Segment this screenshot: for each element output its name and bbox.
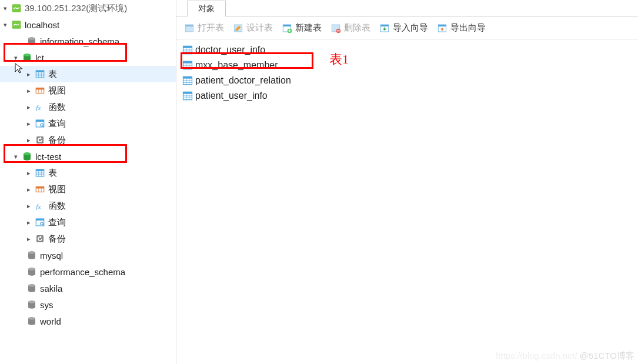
database-label: information_schema (40, 36, 119, 46)
svg-point-43 (28, 268, 35, 271)
function-icon: fx (34, 101, 46, 113)
design-table-button[interactable]: 设计表 (231, 21, 274, 35)
chevron-right-icon: ▸ (25, 185, 33, 193)
backup-node[interactable]: ▸ 备份 (0, 231, 176, 247)
import-wizard-button[interactable]: 导入向导 (378, 21, 429, 35)
view-icon (34, 183, 46, 195)
node-label: 表 (48, 69, 57, 80)
table-row[interactable]: doctor_user_info (181, 42, 633, 58)
function-icon: fx (34, 200, 46, 212)
table-icon (34, 68, 46, 80)
delete-table-button[interactable]: 删除表 (329, 21, 372, 35)
chevron-down-icon: ▾ (1, 4, 9, 12)
queries-node[interactable]: ▸ 查询 (0, 214, 176, 231)
svg-text:fx: fx (36, 104, 41, 111)
functions-node[interactable]: ▸ fx 函数 (0, 198, 176, 214)
database-icon (26, 315, 38, 327)
node-label: 表 (48, 168, 57, 179)
toolbar-label: 打开表 (198, 22, 224, 34)
svg-point-23 (24, 152, 31, 155)
node-label: 查询 (48, 217, 66, 228)
svg-point-47 (28, 300, 35, 303)
table-row[interactable]: patient_user_info (181, 88, 633, 103)
svg-rect-64 (438, 25, 446, 26)
table-name: doctor_user_info (195, 45, 265, 55)
table-row[interactable]: patient_doctor_relation (181, 73, 633, 88)
tables-node[interactable]: ▸ 表 (0, 66, 176, 82)
database-label: sakila (40, 283, 62, 293)
svg-rect-13 (36, 88, 44, 90)
export-wizard-button[interactable]: 导出向导 (435, 21, 487, 35)
node-label: 视图 (48, 85, 66, 96)
database-item[interactable]: ▸ sys (0, 296, 176, 313)
connection-item[interactable]: ▾ localhost (0, 16, 176, 33)
views-node[interactable]: ▸ 视图 (0, 181, 176, 198)
table-row[interactable]: mxx_base_member (181, 58, 633, 73)
chevron-right-icon: ▸ (25, 218, 33, 226)
backup-icon (34, 233, 46, 245)
svg-rect-31 (36, 187, 44, 189)
queries-node[interactable]: ▸ 查询 (0, 115, 176, 132)
table-icon (34, 167, 46, 179)
table-icon (181, 74, 194, 87)
tab-bar: 对象 (176, 0, 638, 16)
views-node[interactable]: ▸ 视图 (0, 82, 176, 99)
connection-item[interactable]: ▾ 39.100.251.232(测试环境) (0, 0, 176, 16)
chevron-right-icon: ▸ (25, 235, 33, 243)
database-item[interactable]: ▸ sakila (0, 280, 176, 296)
database-label: performance_schema (40, 267, 125, 277)
chevron-right-icon: ▸ (25, 119, 33, 128)
database-label: sys (40, 300, 54, 310)
toolbar-label: 导入向导 (393, 22, 428, 34)
svg-point-3 (28, 37, 35, 40)
svg-rect-72 (183, 61, 192, 63)
database-item[interactable]: ▸ mysql (0, 247, 176, 263)
svg-point-5 (24, 54, 31, 56)
functions-node[interactable]: ▸ fx 函数 (0, 99, 176, 115)
toolbar: 打开表 设计表 新建表 删除表 (176, 16, 638, 40)
export-icon (436, 22, 448, 34)
backup-icon (34, 134, 46, 146)
tables-node[interactable]: ▸ 表 (0, 165, 176, 181)
database-open-icon (21, 151, 33, 162)
table-icon (181, 59, 194, 72)
database-icon (26, 249, 38, 261)
svg-point-49 (28, 317, 35, 320)
chevron-right-icon: ▸ (25, 136, 33, 144)
connection-label: 39.100.251.232(测试环境) (25, 3, 127, 14)
node-label: 备份 (48, 233, 66, 245)
database-item[interactable]: ▸ information_schema (0, 33, 176, 49)
new-table-button[interactable]: 新建表 (280, 21, 323, 35)
table-name: patient_doctor_relation (195, 75, 291, 86)
database-icon (26, 266, 38, 278)
node-label: 备份 (48, 135, 66, 146)
open-table-button[interactable]: 打开表 (182, 21, 225, 35)
database-icon (26, 299, 38, 310)
database-open-icon (21, 52, 33, 64)
svg-rect-51 (185, 25, 193, 26)
svg-rect-78 (183, 76, 192, 78)
node-label: 查询 (48, 118, 66, 129)
svg-rect-25 (36, 169, 44, 171)
tab-objects[interactable]: 对象 (187, 1, 226, 16)
toolbar-label: 删除表 (344, 22, 370, 34)
chevron-right-icon: ▸ (25, 202, 33, 210)
chevron-right-icon: ▸ (25, 70, 33, 78)
database-item-lct-test[interactable]: ▾ lct-test (0, 148, 176, 165)
view-icon (34, 85, 46, 96)
chevron-right-icon: ▸ (25, 103, 33, 111)
database-item-lct[interactable]: ▾ lct (0, 49, 176, 66)
svg-rect-18 (36, 120, 44, 122)
svg-rect-54 (283, 25, 291, 26)
backup-node[interactable]: ▸ 备份 (0, 132, 176, 148)
database-label: world (40, 316, 61, 326)
database-icon (26, 35, 38, 47)
database-item[interactable]: ▸ world (0, 313, 176, 329)
main-panel: 对象 打开表 设计表 新建表 (176, 0, 638, 364)
database-item[interactable]: ▸ performance_schema (0, 263, 176, 280)
tab-label: 对象 (198, 4, 215, 13)
node-label: 视图 (48, 184, 66, 195)
table-name: patient_user_info (195, 91, 268, 101)
import-icon (379, 22, 390, 34)
open-table-icon (183, 22, 195, 34)
